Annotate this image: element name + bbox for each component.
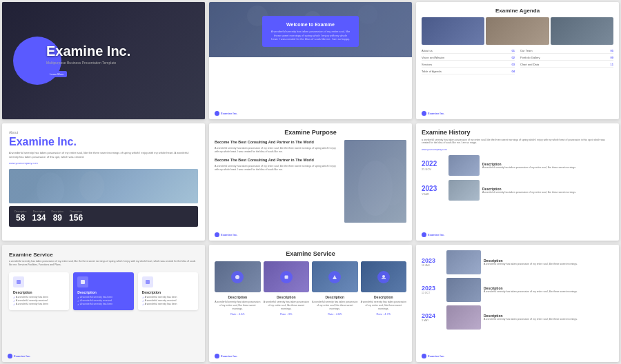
service-large-img-3 <box>312 261 358 292</box>
about-title: Examine Inc. <box>9 136 198 148</box>
history-row-2: 2023 YEAR Description A wonderful sereni… <box>422 180 613 201</box>
service-large-icon-4 <box>377 271 390 283</box>
svg-rect-7 <box>344 140 406 223</box>
logo-circle-8 <box>215 354 219 358</box>
agenda-photo-3 <box>551 17 613 45</box>
stat-1-label: Description <box>14 210 27 213</box>
service-card-title-1: Description <box>13 290 65 294</box>
svg-rect-11 <box>81 280 85 284</box>
history2-row-3: 2024 3 MAY Description A wonderful seren… <box>422 305 613 330</box>
service-large-title: Examine Service <box>215 250 406 257</box>
logo-circle-6 <box>422 232 426 237</box>
year-2024-may: 2024 3 MAY <box>422 313 444 322</box>
svg-marker-15 <box>333 275 337 279</box>
service-large-card-title-1: Description <box>215 295 261 299</box>
slide-agenda: Examine Agenda About us 01 Our Team 05 V… <box>416 2 619 119</box>
agenda-item-5: Services 03 <box>422 62 515 68</box>
purpose-heading-2: Become The Best Consulting And Partner i… <box>215 158 340 163</box>
agenda-photo-2 <box>486 17 549 45</box>
purpose-image <box>344 140 406 223</box>
slide-welcome: Welcome to Examine A wonderful serenity … <box>209 2 412 119</box>
service-icon-3 <box>142 276 153 287</box>
slide-logo-6: Examine Inc. <box>422 232 444 237</box>
svg-point-13 <box>235 275 239 279</box>
slide-history-2: 2023 18 JAN Description A wonderful sere… <box>416 245 619 362</box>
service-large-card-text-1: A wonderful serenity has taken possessio… <box>215 301 261 311</box>
agenda-list: About us 01 Our Team 05 Vision and Missi… <box>422 48 613 74</box>
stat-3-value: 89 <box>52 213 64 223</box>
svg-point-3 <box>358 5 377 24</box>
service-small-title: Examine Service <box>9 252 198 258</box>
logo-text-6: Examine Inc. <box>428 233 444 236</box>
service-large-cards: Description A wonderful serenity has tak… <box>215 261 406 316</box>
slide-logo-3: Examine Inc. <box>422 111 444 116</box>
slide-logo-5: Examine Inc. <box>215 232 237 237</box>
svg-rect-10 <box>17 280 21 284</box>
service-card-item-2-3: ✓ A wonderful serenity has been <box>77 303 129 306</box>
history2-desc-3: Description A wonderful serenity has tak… <box>484 314 613 321</box>
service-large-card-2: Description A wonderful serenity has tak… <box>264 261 310 316</box>
agenda-item-label-5: Services <box>422 63 432 66</box>
history2-desc-text-1: A wonderful serenity has taken possessio… <box>484 263 613 266</box>
agenda-item-num-3: 02 <box>512 56 515 59</box>
svg-point-9 <box>379 157 406 205</box>
agenda-item-6: Chart and Data 11 <box>520 62 613 68</box>
service-small-text: a wonderful serenity has taken possessio… <box>9 260 198 267</box>
service-large-card-text-4: A wonderful serenity has taken possessio… <box>361 301 407 311</box>
agenda-item-3: Vision and Mission 02 <box>422 55 515 61</box>
service-icon-2 <box>77 276 88 287</box>
logo-circle-9 <box>422 354 426 358</box>
service-icon-1 <box>13 276 24 287</box>
stat-2: Description 134 <box>32 210 46 223</box>
agenda-item-label-7: Table of Agenda <box>422 70 442 73</box>
agenda-item-7: Table of Agenda 04 <box>422 69 515 74</box>
history-text: a wonderful serenity has taken possessio… <box>422 139 613 144</box>
service-card-item-1-3: ✓ A wonderful serenity has been <box>13 303 65 306</box>
agenda-item-2: Our Team 05 <box>520 48 613 54</box>
history2-row-2: 2023 13 OCT Description A wonderful sere… <box>422 278 613 302</box>
slide-logo-9: Examine Inc. <box>422 354 444 358</box>
purpose-title: Examine Purpose <box>215 129 406 136</box>
history-row-1: 2022 25 NOV Description A wonderful sere… <box>422 155 613 176</box>
history-title: Examine History <box>422 129 613 136</box>
service-card-2: Description ✓ A wonderful serenity has b… <box>73 272 133 310</box>
service-card-title-3: Description <box>142 290 194 294</box>
service-large-card-rate-1: Rate : 4.5/5 <box>215 312 261 316</box>
agenda-item-label-1: About us <box>422 49 433 52</box>
logo-circle-5 <box>215 232 219 237</box>
service-large-icon-3 <box>328 271 341 283</box>
agenda-title: Examine Agenda <box>422 8 613 14</box>
stats-bar: Description 58 Description 134 Descripti… <box>9 206 198 227</box>
stat-4-value: 156 <box>69 213 83 223</box>
service-card-item-3-3: ✓ A wonderful serenity has been <box>142 303 194 306</box>
service-large-img-1 <box>215 261 261 292</box>
history-desc-2: Description A wonderful serenity has tak… <box>482 187 613 194</box>
about-url: www.yourcompany.com <box>9 161 198 165</box>
logo-text-5: Examine Inc. <box>221 233 237 236</box>
logo-text-3: Examine Inc. <box>428 112 444 115</box>
purpose-text-2: A wonderful serenity has taken possessio… <box>215 165 340 172</box>
year-2023: 2023 YEAR <box>422 185 446 196</box>
history-desc-1: Description A wonderful serenity has tak… <box>482 162 613 170</box>
service-large-card-text-3: A wonderful serenity has taken possessio… <box>312 301 358 311</box>
agenda-item-label-2: Our Team <box>520 49 533 52</box>
service-large-card-4: Description A wonderful serenity has tak… <box>361 261 407 316</box>
learn-more-button[interactable]: Learn More <box>46 71 67 77</box>
stat-2-label: Description <box>32 210 46 213</box>
welcome-body: A wonderful serenity has taken possessio… <box>270 30 351 41</box>
service-cards: Description ✓ A wonderful serenity has b… <box>9 272 198 310</box>
history2-desc-1: Description A wonderful serenity has tak… <box>484 259 613 266</box>
welcome-title: Welcome to Examine <box>270 21 351 28</box>
svg-point-6 <box>79 171 104 201</box>
svg-point-8 <box>358 161 393 216</box>
slide-service-small: Examine Service a wonderful serenity has… <box>2 245 205 362</box>
stat-3-label: Description <box>52 210 64 213</box>
history-desc-text-2: A wonderful serenity has taken possessio… <box>482 191 613 194</box>
slide-about: About Examine Inc. A wonderful serenity … <box>2 123 205 241</box>
service-large-card-rate-2: Rate : 3/5 <box>264 312 310 316</box>
about-text: A wonderful serenity has taken possessio… <box>9 151 198 159</box>
year-2022: 2022 25 NOV <box>422 161 446 171</box>
slide-subtitle: Multipurpose Business Presentation Templ… <box>46 61 130 65</box>
stat-1-value: 58 <box>14 213 27 223</box>
agenda-item-label-6: Chart and Data <box>520 63 539 66</box>
